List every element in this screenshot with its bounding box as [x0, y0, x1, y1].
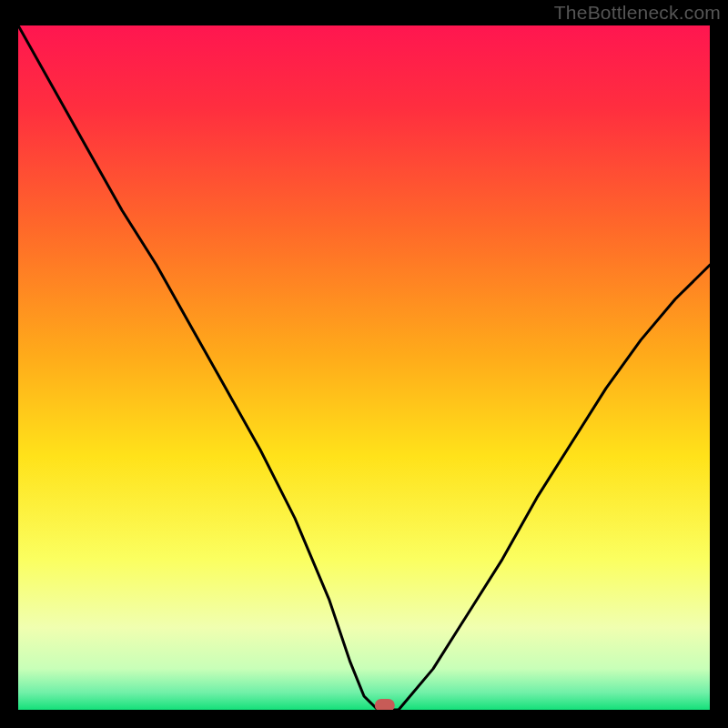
watermark-text: TheBottleneck.com: [554, 2, 721, 24]
gradient-background: [18, 25, 710, 710]
chart-svg: [18, 25, 710, 710]
chart-frame: TheBottleneck.com: [0, 0, 728, 728]
bottleneck-plot: [18, 25, 710, 710]
optimum-marker: [375, 699, 395, 710]
